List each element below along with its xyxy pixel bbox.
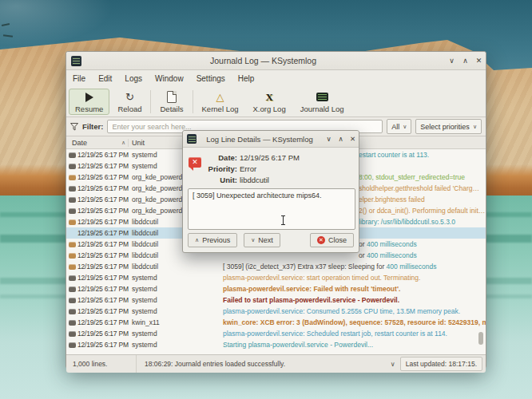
log-row[interactable]: 12/19/25 6:17 PMlibddcutil[ 3059] (i2c_d…: [66, 261, 486, 272]
previous-button[interactable]: ∧ Previous: [188, 233, 237, 247]
log-row[interactable]: 12/19/25 6:17 PMsystemdStarting plasma-p…: [66, 339, 486, 350]
log-unit: systemd: [129, 330, 223, 338]
log-row[interactable]: 12/19/25 6:17 PMkwin_x11kwin_core: XCB e…: [66, 317, 486, 328]
date-field-value: 12/19/25 6:17 PM: [240, 152, 300, 164]
column-header-date[interactable]: Date ∧: [66, 139, 129, 147]
kernel-triangle-icon: △: [216, 91, 224, 104]
menu-settings[interactable]: Settings: [190, 72, 232, 85]
unit-field-label: Unit:: [204, 175, 237, 186]
info-bubble-icon: [66, 275, 77, 281]
line-count: 1,000 lines.: [66, 355, 137, 373]
reload-button[interactable]: ↻ Reload: [111, 89, 148, 115]
window-titlebar[interactable]: Journald Log — KSystemlog ∨ ∧ ✕: [66, 52, 486, 70]
dialog-titlebar[interactable]: Log Line Details — KSystemlog ∨ ∧ ✕: [183, 131, 359, 148]
chevron-down-icon[interactable]: ∨: [386, 361, 400, 368]
info-bubble-icon: [66, 320, 77, 326]
log-row[interactable]: 12/19/25 6:17 PMsystemdplasma-powerdevil…: [66, 328, 486, 339]
log-date: 12/19/25 6:17 PM: [77, 240, 129, 248]
vertical-scrollbar[interactable]: [478, 332, 483, 345]
log-message: plasma-powerdevil.service: Consumed 5.25…: [223, 307, 486, 315]
log-date: 12/19/25 6:17 PM: [77, 184, 129, 192]
menu-edit[interactable]: Edit: [92, 72, 118, 85]
previous-label: Previous: [202, 236, 230, 244]
resume-button[interactable]: Resume: [69, 89, 109, 115]
close-button[interactable]: ✕ Close: [310, 233, 354, 247]
menubar: File Edit Logs Window Settings Help: [66, 70, 486, 87]
menu-window[interactable]: Window: [149, 72, 190, 85]
resume-label: Resume: [75, 105, 103, 113]
log-date: 12/19/25 6:17 PM: [77, 229, 129, 237]
log-row[interactable]: 12/19/25 6:17 PMsystemdFailed to start p…: [66, 294, 486, 306]
warning-bubble-icon: [66, 219, 77, 225]
app-icon: [187, 134, 197, 144]
close-icon[interactable]: ✕: [347, 135, 359, 143]
log-unit: systemd: [129, 341, 223, 349]
kernel-log-label: Kernel Log: [202, 105, 239, 113]
status-message: 18:06:29: Journald entries loaded succes…: [137, 360, 386, 368]
priority-field-label: Priority:: [204, 164, 237, 175]
text-cursor: [283, 216, 284, 224]
menu-logs[interactable]: Logs: [118, 72, 149, 85]
maximize-icon[interactable]: ∧: [335, 135, 347, 143]
priorities-dropdown[interactable]: Select priorities ∨: [415, 119, 482, 134]
log-unit: systemd: [129, 307, 223, 315]
log-unit: systemd: [129, 274, 223, 282]
unit-field-value: libddcutil: [240, 175, 269, 186]
info-bubble-icon: [66, 186, 77, 192]
log-message: kwin_core: XCB error: 3 (BadWindow), seq…: [223, 318, 486, 326]
log-unit: libddcutil: [129, 263, 223, 271]
log-message: Failed to start plasma-powerdevil.servic…: [223, 296, 486, 304]
no-icon: [66, 231, 77, 236]
chevron-down-icon: ∨: [473, 124, 477, 130]
log-row[interactable]: 12/19/25 6:17 PMsystemdplasma-powerdevil…: [66, 283, 486, 294]
journald-log-button[interactable]: Journald Log: [294, 89, 351, 115]
play-icon: [85, 91, 93, 104]
log-row[interactable]: 12/19/25 6:17 PMsystemdplasma-powerdevil…: [66, 306, 486, 317]
status-bar: 1,000 lines. 18:06:29: Journald entries …: [66, 354, 486, 373]
last-updated: Last updated: 18:17:15.: [400, 357, 482, 371]
chevron-down-icon: ∨: [251, 237, 255, 243]
info-bubble-icon: [66, 197, 77, 203]
log-message-textarea[interactable]: [ 3059] Unexpected architecture mips64.: [188, 188, 355, 230]
next-button[interactable]: ∨ Next: [244, 233, 280, 247]
close-icon[interactable]: ✕: [472, 57, 486, 65]
menu-help[interactable]: Help: [232, 72, 261, 85]
log-message-text: [ 3059] Unexpected architecture mips64.: [193, 192, 322, 200]
log-unit: systemd: [129, 285, 223, 293]
app-icon: [71, 56, 81, 66]
date-header-label: Date: [72, 139, 87, 147]
maximize-icon[interactable]: ∧: [459, 57, 472, 65]
log-date: 12/19/25 6:17 PM: [77, 173, 129, 181]
document-icon: [167, 91, 177, 104]
log-date: 12/19/25 6:17 PM: [77, 318, 129, 326]
info-bubble-icon: [66, 298, 77, 303]
field-selector-dropdown[interactable]: All ∨: [387, 119, 411, 134]
warning-bubble-icon: [66, 264, 77, 270]
info-bubble-icon: [66, 331, 77, 337]
details-button[interactable]: Details: [153, 89, 189, 115]
xorg-log-button[interactable]: X X.org Log: [246, 89, 292, 115]
xorg-log-label: X.org Log: [252, 105, 285, 113]
dialog-title: Log Line Details — KSystemlog: [197, 135, 323, 144]
warning-bubble-icon: [66, 253, 77, 259]
minimize-icon[interactable]: ∨: [445, 57, 459, 65]
log-date: 12/19/25 6:17 PM: [77, 341, 129, 349]
error-priority-icon: [189, 157, 201, 168]
log-date: 12/19/25 6:17 PM: [77, 196, 129, 203]
log-unit: systemd: [129, 296, 223, 304]
kernel-log-button[interactable]: △ Kernel Log: [196, 89, 245, 115]
desktop: Journald Log — KSystemlog ∨ ∧ ✕ File Edi…: [0, 0, 532, 399]
close-label: Close: [328, 236, 347, 244]
sort-ascending-icon: ∧: [121, 140, 125, 146]
menu-file[interactable]: File: [66, 72, 92, 85]
warning-bubble-icon: [66, 242, 77, 247]
minimize-icon[interactable]: ∨: [323, 135, 335, 143]
close-circle-icon: ✕: [317, 236, 325, 244]
log-date: 12/19/25 6:17 PM: [77, 207, 129, 215]
chevron-up-icon: ∧: [195, 237, 199, 243]
log-message: plasma-powerdevil.service: Failed with r…: [223, 285, 486, 293]
log-row[interactable]: 12/19/25 6:17 PMsystemdplasma-powerdevil…: [66, 272, 486, 283]
info-bubble-icon: [66, 309, 77, 314]
log-date: 12/19/25 6:17 PM: [77, 151, 129, 159]
date-field-label: Date:: [204, 152, 237, 164]
